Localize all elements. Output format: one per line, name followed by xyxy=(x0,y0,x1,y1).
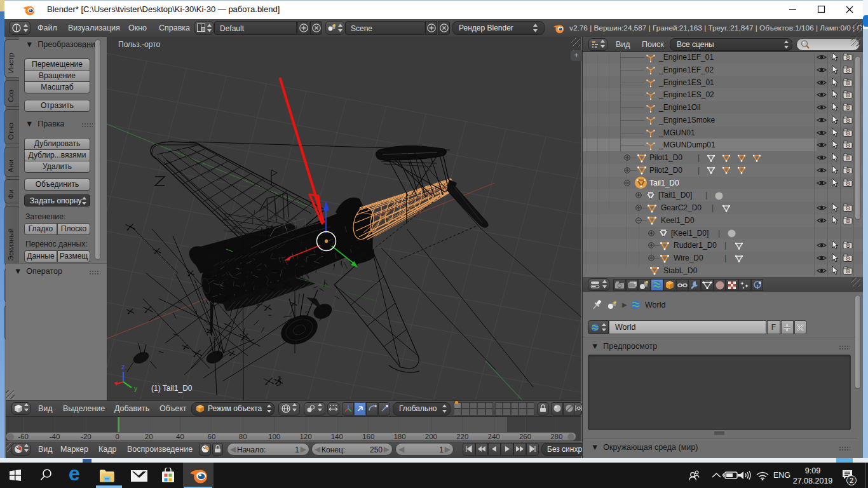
svg-text:y: y xyxy=(134,384,138,392)
svg-text:z: z xyxy=(121,363,125,370)
